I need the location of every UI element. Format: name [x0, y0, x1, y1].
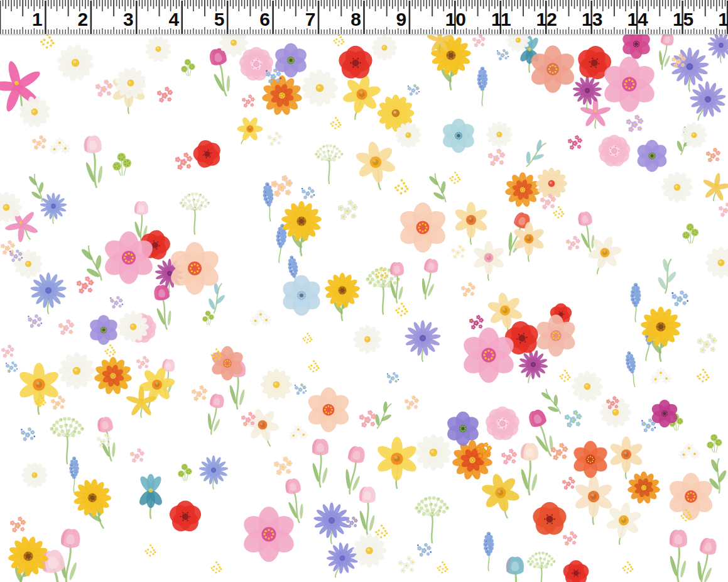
- ruler-number: 13: [582, 9, 602, 30]
- ruler-number: 12: [536, 9, 557, 30]
- ruler-number: 2: [78, 9, 89, 30]
- ruler-number: 1: [32, 9, 43, 30]
- fabric-print: [0, 0, 728, 582]
- ruler-number: 10: [445, 9, 466, 30]
- ruler-number: 5: [214, 9, 225, 30]
- ruler-number: 7: [305, 9, 316, 30]
- ruler-number: 15: [673, 9, 693, 30]
- ruler-number: 11: [491, 9, 511, 30]
- ruler-number: 14: [627, 9, 648, 30]
- ruler-number: 8: [350, 9, 361, 30]
- ruler-number: 4: [168, 9, 179, 30]
- ruler-number: 3: [123, 9, 134, 30]
- ruler-art: 12345678910111213141516: [0, 0, 728, 35]
- ruler: 12345678910111213141516: [0, 0, 728, 35]
- ruler-number: 6: [259, 9, 270, 30]
- fabric-print-art: [0, 0, 728, 582]
- ruler-number: 16: [718, 9, 728, 30]
- fabric-swatch-photo: 12345678910111213141516: [0, 0, 728, 582]
- ruler-number: 9: [396, 9, 407, 30]
